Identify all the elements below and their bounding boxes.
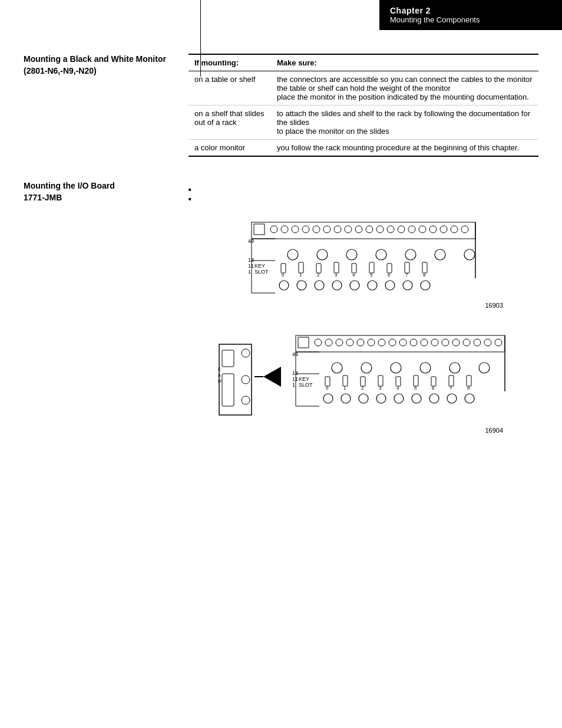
svg-text:2: 2 <box>361 386 364 391</box>
svg-text:1: 1 <box>343 386 346 391</box>
svg-point-28 <box>464 249 475 260</box>
diagram2-svg: CAM C A M <box>216 332 511 421</box>
section1-title: Mounting a Black and White Monitor (2801… <box>24 54 177 77</box>
svg-text:0: 0 <box>282 272 285 278</box>
svg-point-10 <box>355 226 362 233</box>
svg-text:6: 6 <box>388 272 391 278</box>
svg-point-89 <box>410 339 417 346</box>
svg-rect-117 <box>431 377 436 386</box>
svg-text:13: 13 <box>292 370 298 376</box>
svg-point-19 <box>451 226 458 233</box>
svg-text:7: 7 <box>449 386 452 391</box>
svg-point-24 <box>346 249 357 260</box>
svg-point-27 <box>435 249 445 260</box>
fig2-number: 16904 <box>189 427 503 434</box>
svg-text:C: C <box>218 367 221 371</box>
svg-text:13: 13 <box>248 257 254 263</box>
svg-point-83 <box>346 339 353 346</box>
svg-point-54 <box>297 281 306 290</box>
vertical-line <box>200 0 201 77</box>
svg-rect-68 <box>222 374 234 406</box>
svg-text:0: 0 <box>326 386 329 391</box>
svg-rect-36 <box>299 262 303 273</box>
svg-point-53 <box>279 281 289 290</box>
svg-rect-116 <box>414 375 418 386</box>
svg-rect-79 <box>298 337 309 348</box>
svg-point-11 <box>366 226 373 233</box>
list-item <box>189 185 538 192</box>
svg-text:SLOT: SLOT <box>254 269 269 275</box>
list-item <box>189 195 538 202</box>
svg-point-14 <box>398 226 405 233</box>
svg-point-23 <box>317 249 328 260</box>
section1-right: If mounting: Make sure: on a table or sh… <box>189 54 538 157</box>
svg-rect-40 <box>369 262 374 273</box>
section1-left: Mounting a Black and White Monitor (2801… <box>24 54 189 157</box>
svg-point-91 <box>431 339 438 346</box>
table-cell-if2: on a shelf that slides out of a rack <box>189 106 271 140</box>
svg-point-22 <box>287 249 298 260</box>
svg-point-71 <box>242 396 250 404</box>
svg-point-12 <box>376 226 384 233</box>
svg-point-59 <box>385 281 395 290</box>
svg-point-16 <box>419 226 426 233</box>
svg-point-132 <box>376 394 386 403</box>
svg-point-100 <box>361 363 372 373</box>
svg-text:A: A <box>218 373 221 377</box>
svg-point-4 <box>292 226 299 233</box>
svg-point-58 <box>368 281 377 290</box>
svg-point-8 <box>334 226 341 233</box>
svg-text:KEY: KEY <box>299 376 309 382</box>
main-content: Mounting a Black and White Monitor (2801… <box>0 30 562 469</box>
svg-rect-39 <box>352 263 356 273</box>
svg-point-60 <box>403 281 412 290</box>
svg-text:M: M <box>218 379 222 383</box>
section2-title: Mounting the I/O Board 1771-JMB <box>24 180 177 203</box>
svg-rect-67 <box>222 350 234 367</box>
svg-point-131 <box>359 394 368 403</box>
svg-rect-42 <box>405 262 409 273</box>
svg-point-25 <box>376 249 386 260</box>
svg-point-57 <box>350 281 359 290</box>
svg-text:11: 11 <box>248 263 254 269</box>
diagram1-svg: 49 13 11 1 KEY SLOT <box>240 219 487 296</box>
svg-point-97 <box>495 339 502 346</box>
svg-rect-115 <box>396 377 401 386</box>
svg-point-15 <box>408 226 415 233</box>
svg-point-20 <box>461 226 468 233</box>
fig1-number: 16903 <box>189 302 503 309</box>
col1-header: If mounting: <box>189 54 271 71</box>
svg-text:5: 5 <box>414 386 417 391</box>
chapter-subtitle: Mounting the Components <box>390 15 551 24</box>
svg-rect-111 <box>325 377 330 386</box>
chapter-label: Chapter 2 <box>390 6 551 15</box>
svg-point-5 <box>302 226 309 233</box>
svg-point-104 <box>479 363 490 373</box>
table-cell-make3: you follow the rack mounting procedure a… <box>271 140 538 157</box>
svg-point-80 <box>315 339 322 346</box>
svg-text:6: 6 <box>432 386 435 391</box>
svg-text:3: 3 <box>335 272 338 278</box>
svg-point-13 <box>387 226 394 233</box>
svg-rect-119 <box>467 375 471 386</box>
page-header: Chapter 2 Mounting the Components <box>0 0 562 30</box>
svg-point-101 <box>391 363 401 373</box>
mounting-table: If mounting: Make sure: on a table or sh… <box>189 54 538 157</box>
svg-rect-114 <box>378 375 383 386</box>
svg-point-70 <box>242 375 250 384</box>
svg-point-86 <box>378 339 385 346</box>
section2-right: 49 13 11 1 KEY SLOT <box>189 180 538 434</box>
table-row: a color monitor you follow the rack moun… <box>189 140 538 157</box>
svg-rect-43 <box>422 262 427 273</box>
svg-point-85 <box>368 339 375 346</box>
svg-point-81 <box>325 339 332 346</box>
table-cell-make1: the connectors are accessible so you can… <box>271 71 538 106</box>
svg-text:3: 3 <box>379 386 382 391</box>
svg-point-130 <box>341 394 351 403</box>
svg-point-17 <box>429 226 437 233</box>
svg-point-103 <box>449 363 460 373</box>
chapter-box: Chapter 2 Mounting the Components <box>379 0 562 30</box>
svg-point-136 <box>447 394 457 403</box>
svg-point-61 <box>421 281 430 290</box>
svg-text:1: 1 <box>292 382 295 388</box>
